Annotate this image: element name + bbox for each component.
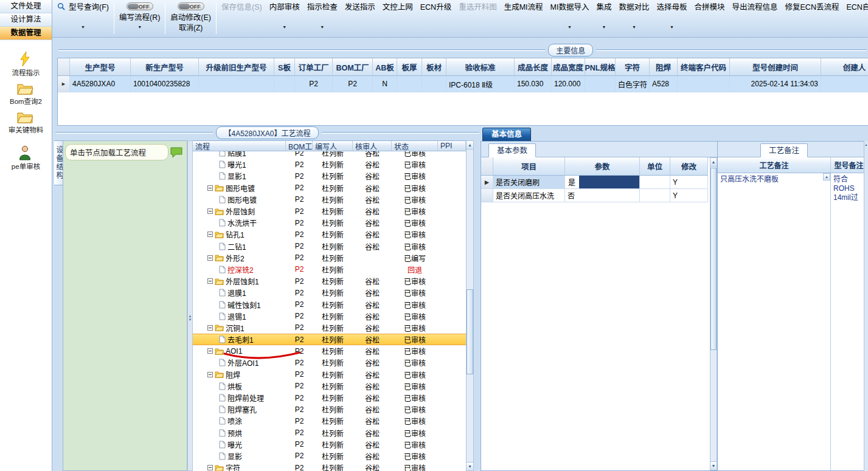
tree-node[interactable]: 水洗烘干 bbox=[193, 217, 286, 229]
device-structure-panel[interactable]: 单击节点加载工艺流程 bbox=[63, 140, 187, 471]
sidebar-nav-item[interactable]: 设计算法 bbox=[0, 13, 52, 27]
chevron-down-icon[interactable]: ▼ bbox=[632, 25, 636, 29]
tree-row[interactable]: 碱性蚀刻1P2杜列新谷松已审核 bbox=[193, 298, 466, 310]
scroll-down-icon[interactable]: ▼ bbox=[467, 462, 473, 470]
chevron-down-icon[interactable]: ▼ bbox=[81, 25, 85, 29]
tree-row[interactable]: 外层蚀刻P2杜列新谷松已审核 bbox=[193, 205, 466, 217]
param-row[interactable]: 是否关闭高压水洗否Y bbox=[481, 189, 717, 202]
tab-basic-params[interactable]: 基本参数 bbox=[488, 143, 536, 157]
tree-column-header[interactable]: 核审人 bbox=[353, 141, 392, 151]
row-selector-cell[interactable]: ► bbox=[58, 76, 70, 92]
sidebar-tool-person[interactable]: pe单审核 bbox=[0, 145, 52, 171]
tree-row[interactable]: 烘板P2杜列新谷松已审核 bbox=[193, 380, 466, 392]
tree-node[interactable]: 外层蚀刻1 bbox=[193, 275, 286, 287]
tree-column-header[interactable]: 状态 bbox=[392, 141, 438, 151]
tree-node[interactable]: 钻孔1 bbox=[193, 229, 286, 240]
chevron-down-icon[interactable]: ▼ bbox=[670, 25, 674, 29]
tree-node[interactable]: 沉铜1 bbox=[193, 322, 286, 334]
param-value-cell[interactable]: 是 bbox=[565, 176, 640, 189]
toolbar-button[interactable]: 选择母板▼ bbox=[653, 1, 690, 35]
scroll-up-icon[interactable]: ▲ bbox=[467, 141, 473, 150]
toolbar-button[interactable]: 指示检查▼ bbox=[304, 1, 341, 35]
column-header[interactable]: 升级前旧生产型号 bbox=[199, 58, 274, 76]
collapse-icon[interactable] bbox=[207, 232, 213, 237]
tree-node[interactable]: 曝光1 bbox=[193, 159, 286, 170]
toolbar-button[interactable]: 重选开料图 bbox=[455, 1, 501, 35]
collapse-icon[interactable] bbox=[207, 185, 213, 191]
toolbar-button[interactable]: MI数据导入▼ bbox=[547, 1, 593, 35]
column-header[interactable]: 单位 bbox=[640, 157, 670, 176]
tree-node[interactable]: 图形电镀 bbox=[193, 182, 286, 194]
column-header-model-note[interactable]: 型号备注 bbox=[831, 157, 867, 173]
param-name-cell[interactable]: 是否关闭高压水洗 bbox=[493, 189, 565, 202]
tree-node[interactable]: 外形2 bbox=[193, 252, 286, 264]
column-header[interactable]: 修改 bbox=[670, 157, 708, 176]
column-header[interactable]: 项目 bbox=[493, 157, 565, 176]
tree-row[interactable]: 外层AOI1P2杜列新谷松已审核 bbox=[193, 357, 466, 368]
tree-scrollbar[interactable]: ▲ ▼ bbox=[466, 140, 474, 471]
tree-node[interactable]: 预烘 bbox=[193, 427, 286, 439]
collapse-icon[interactable] bbox=[207, 325, 213, 331]
table-row[interactable]: ►4A5280JXA010010400235828P2P2NIPC-6018 Ⅱ… bbox=[58, 76, 868, 92]
tab-basic-info[interactable]: 基本信息 bbox=[482, 128, 531, 141]
scroll-up-icon[interactable]: ▲ bbox=[823, 173, 830, 180]
tab-process-notes[interactable]: 工艺备注 bbox=[760, 143, 808, 157]
column-header[interactable]: 字符 bbox=[616, 58, 650, 76]
toolbar-button[interactable]: ECN升级 bbox=[417, 1, 455, 35]
tree-row[interactable]: 控深铣2P2杜列新回退 bbox=[193, 264, 466, 275]
scroll-down-icon[interactable]: ▼ bbox=[189, 318, 192, 321]
tree-node[interactable]: 字符 bbox=[193, 462, 286, 471]
tree-row[interactable]: 退膜1P2杜列新谷松已审核 bbox=[193, 287, 466, 298]
tree-node[interactable]: 显影1 bbox=[193, 170, 286, 182]
tree-row[interactable]: 曝光P2杜列新谷松已审核 bbox=[193, 439, 466, 450]
column-header[interactable]: S板 bbox=[274, 58, 295, 76]
tree-row[interactable]: AOI1P2杜列新谷松已审核 bbox=[193, 345, 466, 357]
toolbar-button[interactable]: OFF启动修改(E)取消(Z) bbox=[167, 1, 215, 35]
param-name-cell[interactable]: 是否关闭磨刷 bbox=[493, 176, 565, 189]
basic-grid-scrollbar[interactable]: ▲ ▼ bbox=[710, 157, 717, 470]
toolbar-button[interactable]: 生成MI流程 bbox=[501, 1, 547, 35]
tree-node[interactable]: 曝光 bbox=[193, 439, 286, 450]
toolbar-button[interactable]: 修复ECN丢流程 bbox=[782, 1, 843, 35]
toolbar-button[interactable]: 集成▼ bbox=[592, 1, 615, 35]
tree-row[interactable]: 外形2P2杜列新已编写 bbox=[193, 252, 466, 264]
tree-row[interactable]: 去毛刺1P2杜列新谷松已审核 bbox=[193, 334, 466, 345]
scrollbar-thumb[interactable] bbox=[467, 289, 473, 374]
tree-row[interactable]: 二钻1P2杜列新谷松已审核 bbox=[193, 241, 466, 252]
tree-row[interactable]: 显影P2杜列新谷松已审核 bbox=[193, 450, 466, 462]
tree-row[interactable]: 钻孔1P2杜列新谷松已审核 bbox=[193, 229, 466, 240]
sidebar-nav-item[interactable]: 文件处理 bbox=[0, 0, 52, 13]
unit-cell[interactable] bbox=[640, 189, 670, 202]
param-value-cell[interactable]: 否 bbox=[565, 189, 640, 202]
column-header[interactable]: BOM工厂 bbox=[333, 58, 373, 76]
off-toggle[interactable]: OFF bbox=[127, 2, 153, 10]
sidebar-tool-lightning[interactable]: 流程指示 bbox=[0, 51, 52, 77]
tree-node[interactable]: 碱性蚀刻1 bbox=[193, 298, 286, 310]
tree-row[interactable]: 字符P2杜列新谷松已审核 bbox=[193, 462, 466, 471]
tree-node[interactable]: 阻焊 bbox=[193, 369, 286, 380]
column-header[interactable]: 成品长度 bbox=[515, 58, 552, 76]
column-header[interactable]: 生产型号 bbox=[70, 58, 131, 76]
sidebar-tool-folder[interactable]: 审关键物料 bbox=[0, 111, 52, 134]
device-panel-scrollbar[interactable]: ▲▼ bbox=[187, 140, 193, 471]
tree-column-header[interactable]: 流程 bbox=[193, 141, 286, 151]
off-toggle[interactable]: OFF bbox=[178, 2, 204, 10]
column-header[interactable]: 订单工厂 bbox=[295, 58, 333, 76]
chevron-down-icon[interactable]: ▼ bbox=[568, 25, 572, 29]
tree-row[interactable]: 图形电镀P2杜列新谷松已审核 bbox=[193, 182, 466, 194]
tree-node[interactable]: AOI1 bbox=[193, 345, 286, 357]
tree-column-header[interactable]: BOM工厂 bbox=[286, 141, 313, 151]
tree-row[interactable]: 退锡1P2杜列新谷松已审核 bbox=[193, 311, 466, 322]
tree-node[interactable]: 控深铣2 bbox=[193, 264, 286, 275]
tree-node[interactable]: 喷涂 bbox=[193, 415, 286, 427]
process-note-cell[interactable]: 只高压水洗不磨板 ▲ bbox=[718, 173, 831, 470]
column-header-process-note[interactable]: 工艺备注 bbox=[718, 157, 831, 173]
column-header[interactable]: 阻焊 bbox=[650, 58, 678, 76]
tree-row[interactable]: 阻焊P2杜列新谷松已审核 bbox=[193, 369, 466, 380]
modify-cell[interactable]: Y bbox=[670, 176, 708, 189]
sidebar-nav-item[interactable]: 数据管理 bbox=[0, 27, 52, 40]
tree-node[interactable]: 去毛刺1 bbox=[193, 334, 286, 345]
toolbar-button[interactable]: OFF编写流程(R)▼ bbox=[116, 1, 164, 35]
tree-node[interactable]: 图形电镀 bbox=[193, 194, 286, 205]
chevron-down-icon[interactable]: ▼ bbox=[602, 25, 606, 29]
